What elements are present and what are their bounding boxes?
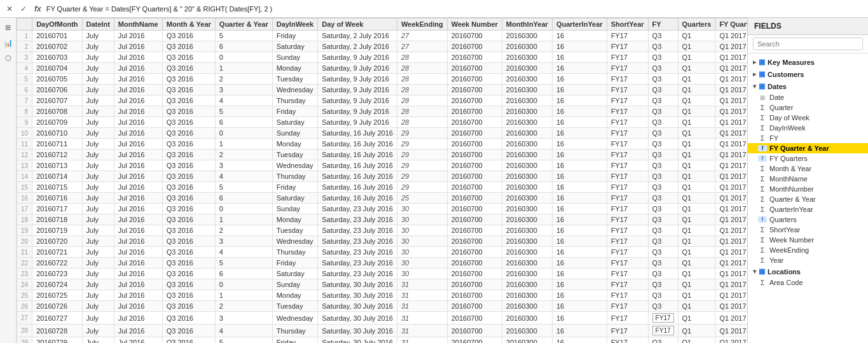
table-cell: Q1 2017 [715,337,747,344]
table-cell: Q3 [648,225,678,236]
table-cell: Q1 [678,117,715,128]
field-group-label: Dates [768,83,787,90]
field-item-year[interactable]: ΣYear [748,255,868,265]
col-header-quarterYear[interactable]: Quarter & Year [215,18,272,31]
field-item-monthnumber[interactable]: ΣMonthNumber [748,184,868,194]
table-cell: 20160300 [502,225,552,236]
col-header-dayInWeek[interactable]: DayInWeek [272,18,318,31]
table-row: 120160701JulyJul 2016Q3 20165FridaySatur… [17,31,748,41]
table-cell: Saturday, 23 July 2016 [318,236,397,247]
fields-list: ▸▦Key Measures▸▦Customers▾▦Dates⊞DateΣQu… [748,53,868,343]
table-cell: 16 [552,85,607,95]
field-item-date[interactable]: ⊞Date [748,92,868,102]
table-cell: Saturday, 30 July 2016 [318,279,397,290]
field-item-quarter[interactable]: ΣQuarter [748,102,868,113]
table-cell: 20160300 [502,41,552,52]
table-cell: Q1 [678,193,715,204]
table-cell: Q3 2016 [162,193,215,204]
table-cell: Q1 [678,337,715,344]
table-cell: July [82,301,114,312]
col-header-fy[interactable]: FY [648,18,678,31]
table-cell: Q1 2017 [715,182,747,193]
table-cell: 20160300 [502,325,552,337]
table-cell: July [82,258,114,269]
field-group-customers[interactable]: ▸▦Customers [748,68,868,80]
col-header-monthName[interactable]: MonthName [114,18,162,31]
col-header-fyQuarters[interactable]: FY Quarters [715,18,747,31]
col-header-dayOfWeek[interactable]: Day of Week [318,18,397,31]
sigma-icon: Σ [758,227,767,234]
table-cell: Q3 2016 [162,214,215,225]
field-item-area-code[interactable]: ΣArea Code [748,277,868,288]
table-row: 1020160710JulyJul 2016Q3 20160SundaySatu… [17,128,748,139]
field-item-quarters[interactable]: fQuarters [748,214,868,225]
col-header-quarterInYear[interactable]: QuarterInYear [552,18,607,31]
field-item-monthname[interactable]: ΣMonthName [748,174,868,184]
col-header-dateInt[interactable]: DateInt [82,18,114,31]
grid-icon[interactable]: ⊞ [3,22,14,33]
table-cell: Q3 2016 [162,95,215,106]
col-header-monthYear[interactable]: Month & Year [162,18,215,31]
table-cell: Q1 2017 [715,117,747,128]
table-cell: Q3 [648,182,678,193]
table-cell: Jul 2016 [114,95,162,106]
table-cell: 20160300 [502,301,552,312]
table-cell: Wednesday [272,312,318,325]
table-cell: Q3 [648,290,678,301]
table-cell: Jul 2016 [114,337,162,344]
field-item-month---year[interactable]: ΣMonth & Year [748,164,868,174]
table-cell: 29 [397,160,447,171]
field-item-weekending[interactable]: ΣWeekEnding [748,245,868,255]
field-item-quarterinyear[interactable]: ΣQuarterInYear [748,204,868,214]
table-cell: FY17 [607,160,648,171]
table-cell: 6 [215,41,272,52]
table-row: 520160705JulyJul 2016Q3 20162TuesdaySatu… [17,74,748,85]
table-cell: FY17 [607,214,648,225]
confirm-button[interactable]: ✓ [18,3,29,15]
col-header-shortYear[interactable]: ShortYear [607,18,648,31]
table-row: 2720160727JulyJul 2016Q3 20163WednesdayS… [17,312,748,325]
table-cell: 20160715 [32,182,82,193]
relationship-icon[interactable]: ⬡ [3,52,14,64]
table-container[interactable]: DayOfMonthDateIntMonthNameMonth & YearQu… [17,18,747,343]
fields-title: FIELDS [748,18,868,35]
field-item-fy-quarters[interactable]: fFY Quarters [748,153,868,164]
fields-search-input[interactable] [753,38,863,50]
table-cell: July [82,325,114,337]
table-cell: Q3 [648,258,678,269]
chart-icon[interactable]: 📊 [3,37,14,48]
table-cell: Q3 2016 [162,171,215,182]
field-item-fy-quarter---year[interactable]: fFY Quarter & Year [748,143,868,153]
field-item-shortyear[interactable]: ΣShortYear [748,225,868,235]
table-cell: Sunday [272,204,318,214]
sigma-icon: Σ [758,176,767,183]
field-item-label: MonthNumber [769,185,814,193]
col-header-dayOfMonth[interactable]: DayOfMonth [32,18,82,31]
field-group-dates[interactable]: ▾▦Dates [748,80,868,92]
col-header-quarters[interactable]: Quarters [678,18,715,31]
cancel-button[interactable]: ✕ [4,3,15,15]
table-cell: 20160701 [32,31,82,41]
table-cell: July [82,225,114,236]
table-icon: ▦ [759,70,765,78]
row-number: 15 [17,182,32,193]
sigma-icon: Σ [758,237,767,244]
table-cell: Q1 [678,150,715,160]
col-header-monthInYear[interactable]: MonthInYear [502,18,552,31]
field-item-dayinweek[interactable]: ΣDayInWeek [748,123,868,133]
table-cell: Jul 2016 [114,41,162,52]
table-cell: 16 [552,41,607,52]
col-header-weekNumber[interactable]: Week Number [447,18,502,31]
field-item-week-number[interactable]: ΣWeek Number [748,235,868,245]
table-cell: Jul 2016 [114,117,162,128]
field-group-locations[interactable]: ▾▦Locations [748,265,868,277]
table-cell: Q1 2017 [715,74,747,85]
field-group-key-measures[interactable]: ▸▦Key Measures [748,56,868,68]
field-item-quarter---year[interactable]: ΣQuarter & Year [748,194,868,204]
table-cell: 30 [397,269,447,279]
col-header-weekEnding[interactable]: WeekEnding [397,18,447,31]
table-cell: Q1 [678,279,715,290]
field-item-day-of-week[interactable]: ΣDay of Week [748,113,868,123]
table-cell: Q1 2017 [715,128,747,139]
field-item-fy[interactable]: ΣFY [748,133,868,143]
